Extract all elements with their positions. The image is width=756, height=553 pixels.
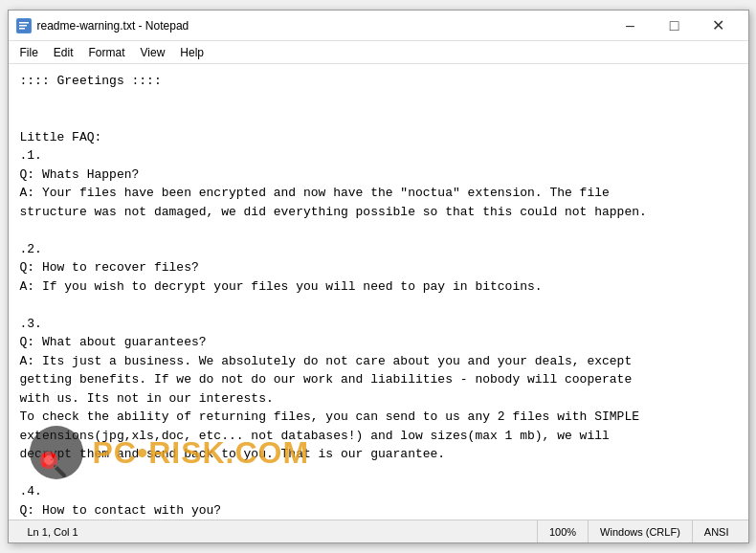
menu-view[interactable]: View xyxy=(133,44,173,61)
svg-rect-1 xyxy=(19,22,29,24)
menu-help[interactable]: Help xyxy=(172,44,211,61)
text-editor[interactable]: :::: Greetings :::: Little FAQ: .1. Q: W… xyxy=(9,64,748,520)
encoding-text: ANSI xyxy=(704,526,729,538)
cursor-position: Ln 1, Col 1 xyxy=(16,520,538,542)
maximize-button[interactable]: □ xyxy=(653,11,697,41)
svg-rect-2 xyxy=(19,25,27,27)
line-ending: Windows (CRLF) xyxy=(589,520,693,542)
zoom-text: 100% xyxy=(549,526,576,538)
line-ending-text: Windows (CRLF) xyxy=(600,526,680,538)
cursor-position-text: Ln 1, Col 1 xyxy=(28,526,78,538)
minimize-button[interactable]: – xyxy=(609,11,653,41)
menu-edit[interactable]: Edit xyxy=(46,44,81,61)
title-bar: readme-warning.txt - Notepad – □ ✕ xyxy=(9,11,748,41)
close-button[interactable]: ✕ xyxy=(697,11,741,41)
encoding: ANSI xyxy=(693,520,741,542)
app-icon xyxy=(16,18,32,33)
content-area: :::: Greetings :::: Little FAQ: .1. Q: W… xyxy=(9,64,748,520)
window-title: readme-warning.txt - Notepad xyxy=(37,19,609,33)
menu-file[interactable]: File xyxy=(12,44,46,61)
content-wrapper: :::: Greetings :::: Little FAQ: .1. Q: W… xyxy=(9,64,748,520)
window-controls: – □ ✕ xyxy=(609,11,741,41)
notepad-window: readme-warning.txt - Notepad – □ ✕ File … xyxy=(8,10,749,543)
zoom-level: 100% xyxy=(538,520,589,542)
svg-rect-3 xyxy=(19,28,25,30)
menu-format[interactable]: Format xyxy=(81,44,133,61)
status-bar: Ln 1, Col 1 100% Windows (CRLF) ANSI xyxy=(9,520,748,542)
menu-bar: File Edit Format View Help xyxy=(9,41,748,64)
